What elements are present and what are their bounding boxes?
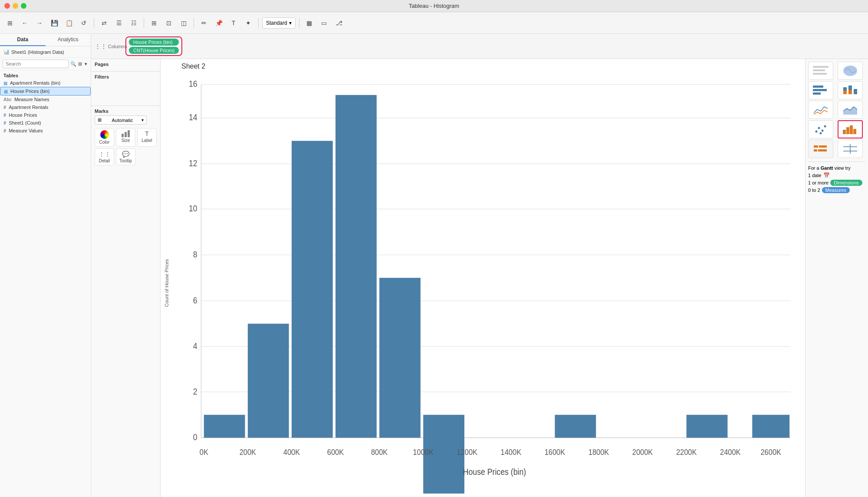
svg-rect-39 [813, 89, 827, 91]
viz-type-gantt-2[interactable] [838, 140, 863, 158]
back-button[interactable]: ← [18, 16, 31, 30]
tab-data[interactable]: Data [0, 34, 46, 46]
filters-title: Filters [95, 74, 157, 79]
undo-button[interactable]: ↺ [77, 16, 90, 30]
separator2 [144, 18, 144, 28]
svg-rect-58 [819, 145, 827, 148]
viz-type-text[interactable] [808, 62, 833, 80]
maximize-button[interactable] [21, 3, 26, 9]
label-mark[interactable]: T Label [137, 128, 157, 147]
histogram-chart: 0 2 4 6 8 10 12 14 16 [171, 72, 802, 494]
svg-text:400K: 400K [283, 448, 300, 457]
dimensions-badge: Dimensions [830, 180, 862, 186]
search-icon[interactable]: 🔍 [70, 59, 76, 68]
svg-rect-59 [814, 149, 817, 151]
tooltip-mark[interactable]: 💬 Tooltip [116, 148, 135, 165]
mid-area: ⋮⋮ Columns House Prices (bin) CNT(House … [91, 34, 868, 497]
search-input[interactable] [3, 59, 69, 68]
text-icon[interactable]: T [227, 16, 240, 30]
field-measure-names[interactable]: Abc Measure Names [0, 95, 91, 103]
detail-mark[interactable]: ⋮⋮ Detail [95, 148, 114, 165]
size-icon [122, 130, 130, 137]
grid-icon[interactable]: ⊞ [3, 16, 16, 30]
bar-0k [204, 415, 245, 438]
separator4 [258, 18, 259, 28]
marks-dropdown[interactable]: ⊞ Automatic ▾ [95, 115, 147, 125]
standard-dropdown[interactable]: Standard ▾ [262, 17, 296, 29]
viz-type-horizontal-bars[interactable] [808, 81, 833, 99]
minimize-button[interactable] [13, 3, 18, 9]
field-apartment-rentals-bin[interactable]: ▦ Apartment Rentals (bin) [0, 79, 91, 87]
share-icon[interactable]: ⎇ [332, 16, 345, 30]
save-button[interactable]: 💾 [48, 16, 61, 30]
bar-chart-icon: ▦ [3, 81, 7, 86]
highlight-button[interactable]: ◫ [177, 16, 190, 30]
marks-title: Marks [95, 109, 157, 114]
pages-title: Pages [95, 62, 157, 67]
viz-type-lines[interactable] [808, 101, 833, 119]
panel-tabs: Data Analytics [0, 34, 91, 46]
cols-button[interactable]: ☷ [127, 16, 140, 30]
hash-icon-4: # [3, 128, 6, 133]
shelves: ⋮⋮ Columns House Prices (bin) CNT(House … [91, 34, 868, 59]
svg-text:House Prices (bin): House Prices (bin) [463, 467, 526, 477]
svg-text:2600K: 2600K [761, 448, 782, 457]
viz-area: Sheet 2 Count of House Prices [161, 59, 805, 497]
field-house-prices[interactable]: # House Prices [0, 111, 91, 119]
field-apartment-rentals[interactable]: # Apartment Rentals [0, 103, 91, 111]
viz-type-gantt-1[interactable] [808, 140, 833, 158]
forward-button[interactable]: → [33, 16, 46, 30]
shelf-highlight-box: House Prices (bin) CNT(House Prices) [125, 36, 182, 56]
field-house-prices-bin[interactable]: ▦ House Prices (bin) [0, 87, 91, 95]
rows-button[interactable]: ☰ [112, 16, 125, 30]
field-sheet1-count[interactable]: # Sheet1 (Count) [0, 119, 91, 127]
svg-text:0K: 0K [200, 448, 208, 457]
bar-800k [379, 278, 421, 438]
gantt-1date: 1 date [808, 173, 822, 178]
viz-type-area[interactable] [838, 101, 863, 119]
fit-button[interactable]: ⊡ [162, 16, 175, 30]
swap-button[interactable]: ⇄ [98, 16, 111, 30]
abc-icon: Abc [3, 97, 12, 102]
viz-type-scatter[interactable] [808, 120, 833, 138]
size-mark[interactable]: Size [116, 128, 135, 147]
gantt-bold: Gantt [821, 165, 833, 171]
grid-view-icon[interactable]: ⊞ [78, 59, 82, 68]
pin-icon[interactable]: 📌 [212, 16, 225, 30]
data-source-name: Sheet1 (Histogram Data) [11, 49, 64, 55]
svg-point-51 [820, 132, 822, 135]
pencil-icon[interactable]: ✏ [197, 16, 210, 30]
viz-container: Sheet 2 Count of House Prices [161, 59, 805, 497]
color-mark[interactable]: Color [95, 128, 114, 147]
svg-rect-56 [843, 130, 846, 131]
field-label: Apartment Rentals (bin) [10, 80, 60, 86]
traffic-lights [4, 3, 26, 9]
marks-button[interactable]: ⊞ [148, 16, 161, 30]
columns-pill[interactable]: House Prices (bin) [129, 39, 179, 46]
svg-rect-53 [846, 127, 849, 134]
table-icon[interactable]: ▦ [303, 16, 316, 30]
svg-rect-52 [843, 131, 846, 134]
svg-rect-40 [813, 92, 821, 95]
viz-type-stacked-bars[interactable] [838, 81, 863, 99]
star-icon[interactable]: ✦ [242, 16, 255, 30]
field-measure-values[interactable]: # Measure Values [0, 127, 91, 135]
viz-type-histogram[interactable] [838, 120, 863, 138]
close-button[interactable] [4, 3, 10, 9]
svg-point-49 [822, 130, 824, 132]
svg-rect-45 [854, 89, 857, 94]
rows-pill[interactable]: CNT(House Prices) [129, 47, 179, 54]
svg-rect-57 [814, 145, 818, 148]
main-layout: Data Analytics 📊 Sheet1 (Histogram Data)… [0, 34, 868, 497]
separator3 [194, 18, 194, 28]
monitor-icon[interactable]: ▭ [318, 16, 331, 30]
svg-text:2200K: 2200K [676, 448, 697, 457]
svg-rect-54 [850, 125, 853, 134]
search-row: 🔍 ⊞ ▾ [0, 58, 91, 70]
dropdown-icon[interactable]: ▾ [84, 59, 89, 68]
bar-2600k [752, 415, 789, 438]
viz-type-maps[interactable] [838, 62, 863, 80]
tab-analytics[interactable]: Analytics [46, 34, 91, 46]
new-datasource-button[interactable]: 📋 [62, 16, 76, 30]
bar-400k [292, 141, 333, 438]
